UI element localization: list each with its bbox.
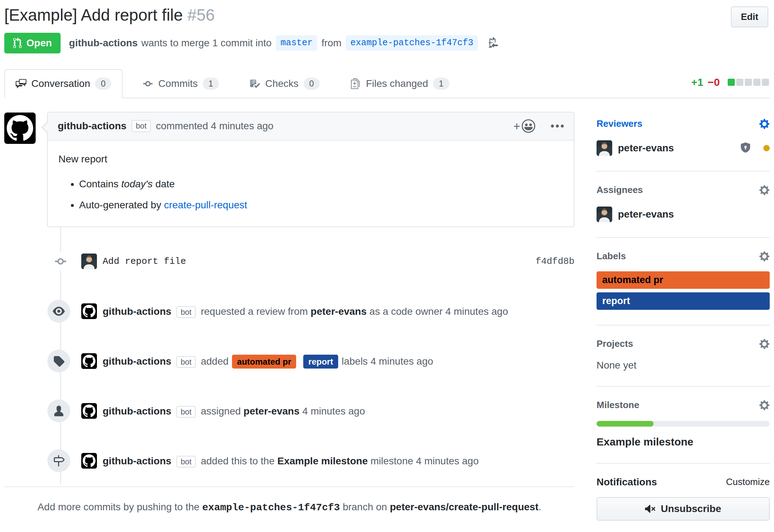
reviewer-name-link[interactable]: peter-evans bbox=[618, 142, 674, 154]
pr-timeline: Add report file f4dfd8b github-actionsbo… bbox=[4, 227, 574, 484]
tab-label: Checks bbox=[265, 78, 298, 89]
edit-button[interactable]: Edit bbox=[731, 6, 768, 27]
milestone-section: Milestone Example milestone bbox=[597, 386, 770, 463]
projects-header: Projects bbox=[597, 338, 770, 350]
bot-badge: bot bbox=[176, 306, 196, 318]
gear-icon[interactable] bbox=[759, 118, 770, 130]
event-actor-link[interactable]: github-actions bbox=[103, 306, 171, 317]
head-branch-name: example-patches-1f47cf3 bbox=[202, 502, 340, 513]
label-report[interactable]: report bbox=[303, 355, 338, 369]
event-review-requested: github-actionsbotrequested a review from… bbox=[4, 300, 574, 323]
checklist-icon bbox=[249, 78, 260, 89]
milestone-icon bbox=[47, 449, 70, 472]
tab-label: Commits bbox=[158, 78, 197, 89]
labels-heading: Labels bbox=[597, 251, 626, 262]
github-actions-avatar[interactable] bbox=[4, 113, 36, 144]
gear-icon[interactable] bbox=[759, 400, 770, 411]
event-text: github-actionsbotadded this to the Examp… bbox=[103, 454, 479, 468]
conversation-column: github-actionsbotcommented 4 minutes ago… bbox=[4, 112, 574, 513]
event-text: github-actionsbotrequested a review from… bbox=[103, 304, 508, 318]
diff-block bbox=[728, 79, 735, 86]
bot-badge: bot bbox=[176, 456, 196, 468]
tab-label: Conversation bbox=[31, 78, 90, 89]
customize-link[interactable]: Customize bbox=[726, 476, 770, 487]
github-actions-avatar[interactable] bbox=[81, 453, 97, 469]
diffstat: +1 −0 bbox=[691, 76, 769, 88]
comment-bullet-1: Contains today's date bbox=[79, 177, 563, 192]
tab-commits[interactable]: Commits 1 bbox=[132, 70, 229, 98]
git-commit-icon bbox=[53, 252, 68, 271]
tab-conversation[interactable]: Conversation 0 bbox=[4, 69, 123, 98]
discussion-sidebar: Reviewers peter-evans Assignees bbox=[597, 112, 770, 532]
assignee-name-link[interactable]: peter-evans bbox=[618, 209, 674, 220]
copy-branch-icon[interactable] bbox=[487, 37, 498, 49]
pr-state-badge: Open bbox=[4, 33, 61, 53]
pr-number: #56 bbox=[187, 6, 215, 24]
label-automated-pr[interactable]: automated pr bbox=[232, 355, 296, 369]
pr-tabnav: Conversation 0 Commits 1 Checks 0 Files … bbox=[4, 69, 770, 98]
comment-bullet-2: Auto-generated by create-pull-request bbox=[79, 198, 563, 213]
projects-empty-text: None yet bbox=[597, 360, 770, 371]
git-pull-request-icon bbox=[13, 37, 22, 49]
event-actor-link[interactable]: github-actions bbox=[103, 356, 171, 367]
label-report[interactable]: report bbox=[597, 292, 770, 310]
conversation-icon bbox=[16, 78, 26, 89]
comment-author[interactable]: github-actions bbox=[58, 120, 127, 132]
assignee-avatar[interactable] bbox=[597, 207, 612, 222]
gear-icon[interactable] bbox=[759, 338, 770, 350]
pr-meta-row: Open github-actionswants to merge 1 comm… bbox=[4, 33, 770, 53]
label-automated-pr[interactable]: automated pr bbox=[597, 271, 770, 289]
diffstat-deletions: −0 bbox=[708, 76, 720, 88]
add-reaction-button[interactable]: + bbox=[513, 119, 535, 133]
base-branch-chip[interactable]: master bbox=[276, 35, 317, 51]
diff-block bbox=[745, 79, 752, 86]
tab-counter: 1 bbox=[203, 78, 219, 90]
comment-meta: commented 4 minutes ago bbox=[156, 120, 273, 132]
tag-icon bbox=[47, 350, 70, 372]
reviewer-row: peter-evans bbox=[597, 140, 770, 156]
tab-counter: 0 bbox=[304, 78, 320, 90]
milestone-link[interactable]: Example milestone bbox=[277, 455, 368, 466]
reviewers-heading-link[interactable]: Reviewers bbox=[597, 118, 643, 129]
assignees-header: Assignees bbox=[597, 184, 770, 196]
commit-sha-link[interactable]: f4dfd8b bbox=[536, 256, 574, 267]
github-actions-avatar[interactable] bbox=[81, 353, 97, 369]
pr-title-text: [Example] Add report file bbox=[4, 6, 183, 24]
eye-icon bbox=[47, 300, 70, 323]
bot-badge: bot bbox=[176, 406, 196, 418]
tab-counter: 0 bbox=[95, 78, 111, 90]
assignees-heading: Assignees bbox=[597, 184, 643, 195]
pr-author[interactable]: github-actions bbox=[69, 37, 138, 49]
commit-message-link[interactable]: Add report file bbox=[103, 256, 186, 267]
notifications-section: Notifications Customize Unsubscribe You'… bbox=[597, 463, 770, 532]
create-pull-request-link[interactable]: create-pull-request bbox=[164, 199, 247, 210]
github-actions-avatar[interactable] bbox=[81, 403, 97, 419]
github-actions-avatar[interactable] bbox=[81, 303, 97, 319]
assignee-row: peter-evans bbox=[597, 207, 770, 222]
gear-icon[interactable] bbox=[759, 251, 770, 262]
unsubscribe-button[interactable]: Unsubscribe bbox=[597, 497, 770, 521]
gear-icon[interactable] bbox=[759, 184, 770, 196]
pull-request-page: [Example] Add report file #56 Edit Open … bbox=[0, 0, 774, 532]
committer-avatar[interactable] bbox=[81, 254, 97, 269]
reviewers-section: Reviewers peter-evans bbox=[597, 112, 770, 171]
tab-counter: 1 bbox=[433, 78, 449, 90]
review-state bbox=[740, 142, 770, 154]
tab-checks[interactable]: Checks 0 bbox=[239, 70, 330, 98]
assignee-link[interactable]: peter-evans bbox=[243, 406, 299, 417]
projects-heading: Projects bbox=[597, 338, 633, 349]
milestone-name-link[interactable]: Example milestone bbox=[597, 436, 770, 448]
pr-description-comment: github-actionsbotcommented 4 minutes ago… bbox=[4, 112, 574, 228]
head-branch-chip[interactable]: example-patches-1f47cf3 bbox=[346, 35, 478, 51]
milestone-progress-bar bbox=[597, 421, 770, 427]
kebab-menu-button[interactable] bbox=[551, 124, 564, 128]
event-actor-link[interactable]: github-actions bbox=[103, 455, 171, 466]
pending-review-dot bbox=[763, 145, 770, 151]
notifications-reason-text: You're receiving notifications because y… bbox=[597, 529, 770, 532]
from-text: from bbox=[321, 37, 341, 49]
diff-block bbox=[736, 79, 743, 86]
event-actor-link[interactable]: github-actions bbox=[103, 406, 171, 417]
reviewer-avatar[interactable] bbox=[597, 140, 612, 156]
tab-files-changed[interactable]: Files changed 1 bbox=[340, 70, 460, 98]
reviewer-link[interactable]: peter-evans bbox=[311, 306, 367, 317]
